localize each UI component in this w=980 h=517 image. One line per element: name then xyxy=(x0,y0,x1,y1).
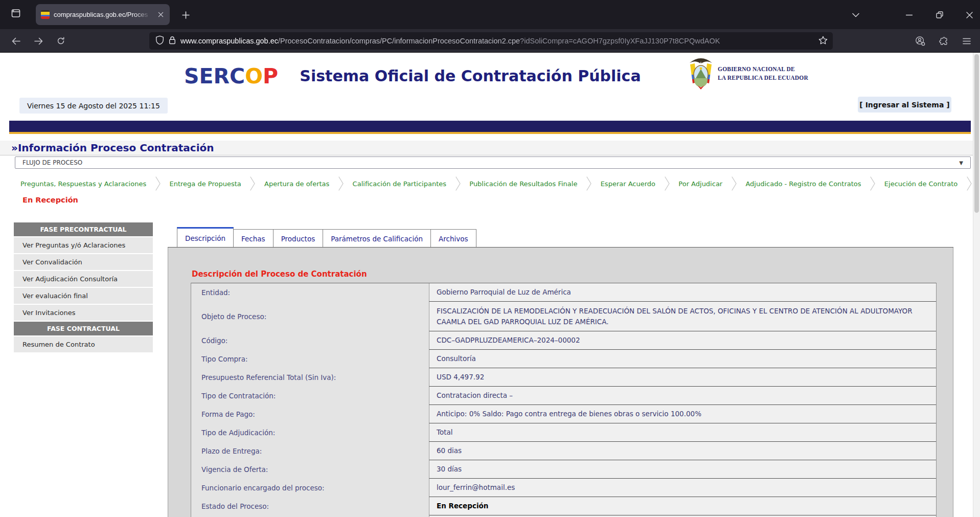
step-link[interactable]: Apertura de ofertas xyxy=(264,180,329,188)
tab-fechas[interactable]: Fechas xyxy=(234,229,274,248)
reload-button[interactable] xyxy=(53,33,69,49)
row-value: 60 dias xyxy=(429,442,936,460)
step-link[interactable]: Adjudicado - Registro de Contratos xyxy=(745,180,861,188)
list-tabs-button[interactable] xyxy=(846,7,866,23)
firefox-view-button[interactable] xyxy=(7,6,25,23)
table-row: Vigencia de Oferta: 30 días xyxy=(191,460,936,479)
browser-window: compraspublicas.gob.ec/Proces xyxy=(0,0,980,517)
page-title: Sistema Oficial de Contratación Pública xyxy=(276,67,665,85)
row-label: Estado del Proceso: xyxy=(191,497,429,515)
login-button[interactable]: [ Ingresar al Sistema ] xyxy=(858,97,951,113)
chevron-right-icon xyxy=(664,176,670,191)
browser-tab-bar: compraspublicas.gob.ec/Proces xyxy=(0,0,980,29)
row-label: Vigencia de Oferta: xyxy=(191,460,429,479)
chevron-right-icon xyxy=(455,176,461,191)
new-tab-button[interactable] xyxy=(177,7,194,23)
row-label: Tipo de Contratación: xyxy=(191,387,429,405)
row-label: Presupuesto Referencial Total (Sin Iva): xyxy=(191,368,429,387)
row-value: lour_ferrin@hotmail.es xyxy=(429,479,936,497)
tab-descripcion[interactable]: Descripción xyxy=(177,227,234,248)
forward-button[interactable] xyxy=(30,33,47,49)
sidebar-item-invitaciones[interactable]: Ver Invitaciones xyxy=(14,305,153,322)
row-label: Forma de Pago: xyxy=(191,405,429,423)
table-row: Entidad: Gobierno Parroquial de Luz de A… xyxy=(191,283,936,302)
flow-process-select[interactable]: FLUJO DE PROCESO ▼ xyxy=(15,156,971,169)
shield-icon[interactable] xyxy=(155,35,164,47)
sidebar-item-convalidacion[interactable]: Ver Convalidación xyxy=(14,254,153,271)
tab-productos[interactable]: Productos xyxy=(274,229,324,248)
firefox-view-icon xyxy=(11,8,21,20)
sidebar-item-evaluacion[interactable]: Ver evaluación final xyxy=(14,288,153,305)
row-value-status: En Recepción xyxy=(429,497,936,515)
step-link[interactable]: Entrega de Propuesta xyxy=(169,180,241,188)
table-row: Funcionario encargado del proceso: lour_… xyxy=(191,479,936,497)
bookmark-star-icon[interactable] xyxy=(818,36,828,47)
sidebar-header-precontractual: FASE PRECONTRACTUAL xyxy=(14,222,153,236)
url-bar[interactable]: www.compraspublicas.gob.ec/ProcesoContra… xyxy=(149,32,833,50)
row-label: Entidad: xyxy=(191,283,429,302)
gov-text: GOBIERNO NACIONAL DE LA REPUBLICA DEL EC… xyxy=(718,65,808,82)
row-label: Funcionario encargado del proceso: xyxy=(191,479,429,497)
chevron-right-icon xyxy=(870,176,876,191)
table-row: Tipo de Contratación: Contratacion direc… xyxy=(191,387,936,405)
chevron-right-icon xyxy=(155,176,161,191)
url-text[interactable]: www.compraspublicas.gob.ec/ProcesoContra… xyxy=(180,37,814,45)
table-row: Código: CDC–GADPRLUZDEAMERICA–2024–00002 xyxy=(191,331,936,350)
sidebar-item-resumen[interactable]: Resumen de Contrato xyxy=(14,336,153,353)
browser-tab[interactable]: compraspublicas.gob.ec/Proces xyxy=(36,4,170,25)
chevron-down-icon: ▼ xyxy=(959,160,963,166)
minimize-button[interactable] xyxy=(899,7,919,23)
tab-parametros[interactable]: Parámetros de Calificación xyxy=(323,229,431,248)
sidebar: FASE PRECONTRACTUAL Ver Preguntas y/ó Ac… xyxy=(14,222,153,353)
ecuador-coat-of-arms-icon xyxy=(686,57,716,93)
step-link[interactable]: Publicación de Resultados Finale xyxy=(469,180,577,188)
step-link[interactable]: Calificación de Participantes xyxy=(353,180,446,188)
extensions-puzzle-icon[interactable] xyxy=(935,33,951,49)
section-heading: »Información Proceso Contratación xyxy=(0,141,974,155)
restore-window-button[interactable] xyxy=(929,7,950,23)
table-row: Tipo de Adjudicación: Total xyxy=(191,423,936,442)
table-row: Tipo Compra: Consultoría xyxy=(191,350,936,368)
lock-icon[interactable] xyxy=(169,36,176,47)
chevron-right-icon xyxy=(586,176,592,191)
sidebar-item-adjudicacion[interactable]: Ver Adjudicación Consultoría xyxy=(14,271,153,288)
step-link[interactable]: Por Adjudicar xyxy=(678,180,722,188)
process-steps-breadcrumb: Preguntas, Respuestas y Aclaraciones Ent… xyxy=(20,175,972,192)
flow-select-label: FLUJO DE PROCESO xyxy=(22,159,82,166)
site-favicon-icon xyxy=(41,10,50,19)
close-window-button[interactable] xyxy=(959,7,979,23)
row-value: FISCALIZACIÓN DE LA REMODELACIÓN Y READE… xyxy=(429,302,936,331)
logo-text-navy: SERC xyxy=(184,64,245,88)
chevron-right-icon xyxy=(338,176,344,191)
logo-text-gold: O xyxy=(245,64,263,88)
step-link[interactable]: Preguntas, Respuestas y Aclaraciones xyxy=(20,180,146,188)
gov-line1: GOBIERNO NACIONAL DE xyxy=(718,65,808,74)
table-row: Forma de Pago: Anticipo: 0% Saldo: Pago … xyxy=(191,405,936,423)
step-link[interactable]: Esperar Acuerdo xyxy=(601,180,655,188)
back-button[interactable] xyxy=(8,33,24,49)
sidebar-item-preguntas[interactable]: Ver Preguntas y/ó Aclaraciones xyxy=(14,237,153,254)
row-value: Total xyxy=(429,423,936,442)
tab-close-icon[interactable] xyxy=(155,10,166,20)
gov-line2: LA REPUBLICA DEL ECUADOR xyxy=(718,74,808,82)
description-section-title: Descripción del Proceso de Contratación xyxy=(192,269,367,279)
row-label: Código: xyxy=(191,331,429,350)
url-path: /ProcesoContratacion/compras/PC/informac… xyxy=(278,37,520,45)
menu-hamburger-icon[interactable] xyxy=(959,33,975,49)
panel-top-border xyxy=(168,247,953,248)
status-badge: En Recepción xyxy=(22,196,78,204)
row-label: Plazo de Entrega: xyxy=(191,442,429,460)
datetime-display: Viernes 15 de Agosto del 2025 11:15 xyxy=(19,98,168,114)
tab-archivos[interactable]: Archivos xyxy=(431,229,476,248)
sercop-logo: SERCOP xyxy=(184,64,278,88)
url-query: ?idSoliCompra=cAGOH7gzpsf0IyXFaJJ130P7t8… xyxy=(520,37,720,45)
sidebar-header-contractual: FASE CONTRACTUAL xyxy=(14,322,153,335)
url-domain: www.compraspublicas.gob.ec xyxy=(180,37,278,45)
chevron-right-icon xyxy=(249,176,256,191)
scrollbar-thumb[interactable] xyxy=(974,54,979,213)
account-button[interactable] xyxy=(912,33,928,49)
step-link[interactable]: Ejecución de Contrato xyxy=(884,180,958,188)
table-row: Presupuesto Referencial Total (Sin Iva):… xyxy=(191,368,936,387)
page-scrollbar[interactable] xyxy=(973,53,980,517)
table-row: Estado del Proceso: En Recepción xyxy=(191,497,936,515)
